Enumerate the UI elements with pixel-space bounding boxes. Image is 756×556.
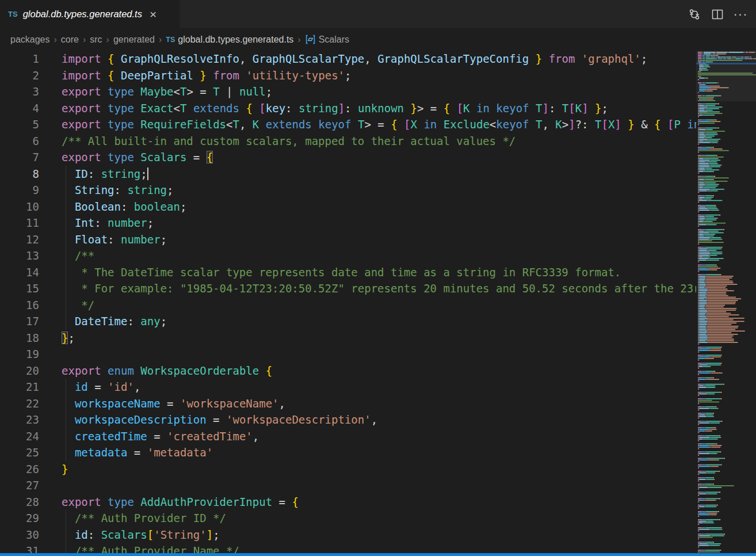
code-line-16[interactable]: 16 */ bbox=[0, 297, 696, 314]
line-number: 18 bbox=[0, 330, 39, 346]
code-line-24[interactable]: 24 createdTime = 'createdTime', bbox=[0, 428, 696, 445]
code-line-13[interactable]: 13 /** bbox=[0, 247, 696, 264]
editor-actions: ··· bbox=[686, 0, 756, 28]
breadcrumb-item-scalars[interactable]: Scalars bbox=[305, 34, 349, 45]
code-line-7[interactable]: 7export type Scalars = { bbox=[0, 149, 696, 166]
indent-guide bbox=[66, 313, 66, 330]
code-line-1[interactable]: 1import { GraphQLResolveInfo, GraphQLSca… bbox=[0, 51, 696, 67]
line-number: 30 bbox=[0, 527, 39, 543]
breadcrumb-separator: › bbox=[83, 35, 86, 45]
line-number: 10 bbox=[0, 199, 39, 215]
code-line-22[interactable]: 22 workspaceName = 'workspaceName', bbox=[0, 395, 696, 412]
code-line-20[interactable]: 20export enum WorkspaceOrderable { bbox=[0, 363, 696, 379]
code-line-23[interactable]: 23 workspaceDescription = 'workspaceDesc… bbox=[0, 412, 696, 428]
code-line-2[interactable]: 2import { DeepPartial } from 'utility-ty… bbox=[0, 67, 696, 84]
indent-guide bbox=[66, 444, 66, 461]
line-number: 17 bbox=[0, 313, 39, 330]
split-editor-icon[interactable] bbox=[709, 6, 726, 23]
code-line-19[interactable]: 19 bbox=[0, 346, 696, 363]
indent-guide bbox=[66, 166, 66, 182]
line-number: 4 bbox=[0, 100, 39, 117]
line-number: 11 bbox=[0, 215, 39, 231]
breadcrumb-label: packages bbox=[10, 35, 50, 45]
breadcrumb-label: Scalars bbox=[319, 35, 349, 45]
indent-guide bbox=[66, 297, 66, 314]
line-number: 24 bbox=[0, 428, 39, 445]
code-line-21[interactable]: 21 id = 'id', bbox=[0, 379, 696, 395]
code-line-31[interactable]: 31 /** Auth Provider Name */ bbox=[0, 543, 696, 553]
code-line-18[interactable]: 18}; bbox=[0, 330, 696, 346]
type-symbol-icon bbox=[305, 34, 316, 45]
line-number: 22 bbox=[0, 395, 39, 412]
minimap[interactable] bbox=[696, 51, 756, 553]
open-changes-icon[interactable] bbox=[686, 6, 703, 23]
line-number: 8 bbox=[0, 166, 39, 182]
code-line-30[interactable]: 30 id: Scalars['String']; bbox=[0, 527, 696, 543]
line-number: 28 bbox=[0, 494, 39, 511]
breadcrumb-item-packages[interactable]: packages bbox=[10, 35, 50, 45]
code-line-12[interactable]: 12 Float: number; bbox=[0, 231, 696, 248]
breadcrumb-separator: › bbox=[159, 35, 162, 45]
code-line-6[interactable]: 6/** All built-in and custom scalars, ma… bbox=[0, 133, 696, 150]
indent-guide bbox=[66, 428, 66, 445]
line-number: 5 bbox=[0, 116, 39, 133]
breadcrumb-item-src[interactable]: src bbox=[90, 35, 102, 45]
line-number: 21 bbox=[0, 379, 39, 395]
code-line-15[interactable]: 15 * For example: "1985-04-12T23:20:50.5… bbox=[0, 280, 696, 297]
indent-guide bbox=[66, 527, 66, 543]
indent-guide bbox=[66, 395, 66, 412]
line-number: 6 bbox=[0, 133, 39, 150]
status-bar bbox=[0, 553, 756, 556]
code-line-4[interactable]: 4export type Exact<T extends { [key: str… bbox=[0, 100, 696, 117]
tab-file-label: global.db.types.generated.ts bbox=[23, 9, 142, 20]
text-cursor bbox=[147, 167, 148, 180]
code-line-11[interactable]: 11 Int: number; bbox=[0, 215, 696, 231]
code-line-17[interactable]: 17 DateTime: any; bbox=[0, 313, 696, 330]
code-line-10[interactable]: 10 Boolean: boolean; bbox=[0, 199, 696, 215]
indent-guide bbox=[66, 182, 66, 199]
line-number: 14 bbox=[0, 264, 39, 281]
line-number: 29 bbox=[0, 510, 39, 527]
indent-guide bbox=[66, 280, 66, 297]
breadcrumb-item-global-db-types-generated-ts[interactable]: TSglobal.db.types.generated.ts bbox=[166, 35, 293, 45]
close-icon[interactable]: × bbox=[150, 8, 156, 20]
breadcrumb-item-core[interactable]: core bbox=[61, 35, 79, 45]
indent-guide bbox=[66, 215, 66, 231]
indent-guide bbox=[66, 264, 66, 281]
tab-bar: TS global.db.types.generated.ts × bbox=[0, 0, 756, 28]
code-line-9[interactable]: 9 String: string; bbox=[0, 182, 696, 199]
code-area[interactable]: 1import { GraphQLResolveInfo, GraphQLSca… bbox=[0, 51, 696, 553]
code-line-14[interactable]: 14 * The DateTime scalar type represents… bbox=[0, 264, 696, 281]
indent-guide bbox=[66, 412, 66, 428]
indent-guide bbox=[66, 247, 66, 264]
editor[interactable]: 1import { GraphQLResolveInfo, GraphQLSca… bbox=[0, 51, 756, 553]
vscode-window: TS global.db.types.generated.ts × bbox=[0, 0, 756, 556]
code-line-5[interactable]: 5export type RequireFields<T, K extends … bbox=[0, 116, 696, 133]
line-number: 26 bbox=[0, 461, 39, 478]
code-line-29[interactable]: 29 /** Auth Provider ID */ bbox=[0, 510, 696, 527]
breadcrumb-item-generated[interactable]: generated bbox=[113, 35, 155, 45]
code-line-27[interactable]: 27 bbox=[0, 477, 696, 494]
code-line-8[interactable]: 8 ID: string; bbox=[0, 166, 696, 182]
line-number: 9 bbox=[0, 182, 39, 199]
line-number: 12 bbox=[0, 231, 39, 248]
code-line-28[interactable]: 28export type AddAuthProviderInput = { bbox=[0, 494, 696, 511]
line-number: 19 bbox=[0, 346, 39, 363]
breadcrumb-label: global.db.types.generated.ts bbox=[178, 35, 293, 45]
breadcrumb-separator: › bbox=[54, 35, 57, 45]
tab-file[interactable]: TS global.db.types.generated.ts × bbox=[0, 0, 180, 28]
line-number: 1 bbox=[0, 51, 39, 67]
code-line-26[interactable]: 26} bbox=[0, 461, 696, 478]
code-line-25[interactable]: 25 metadata = 'metadata' bbox=[0, 444, 696, 461]
indent-guide bbox=[66, 199, 66, 215]
indent-guide bbox=[66, 231, 66, 248]
breadcrumb-label: core bbox=[61, 35, 79, 45]
breadcrumb: packages›core›src›generated›TSglobal.db.… bbox=[0, 28, 756, 51]
line-number: 23 bbox=[0, 412, 39, 428]
breadcrumb-separator: › bbox=[106, 35, 109, 45]
line-number: 3 bbox=[0, 83, 39, 100]
breadcrumb-label: src bbox=[90, 35, 102, 45]
breadcrumb-separator: › bbox=[297, 35, 300, 45]
more-actions-icon[interactable]: ··· bbox=[732, 6, 749, 23]
code-line-3[interactable]: 3export type Maybe<T> = T | null; bbox=[0, 83, 696, 100]
